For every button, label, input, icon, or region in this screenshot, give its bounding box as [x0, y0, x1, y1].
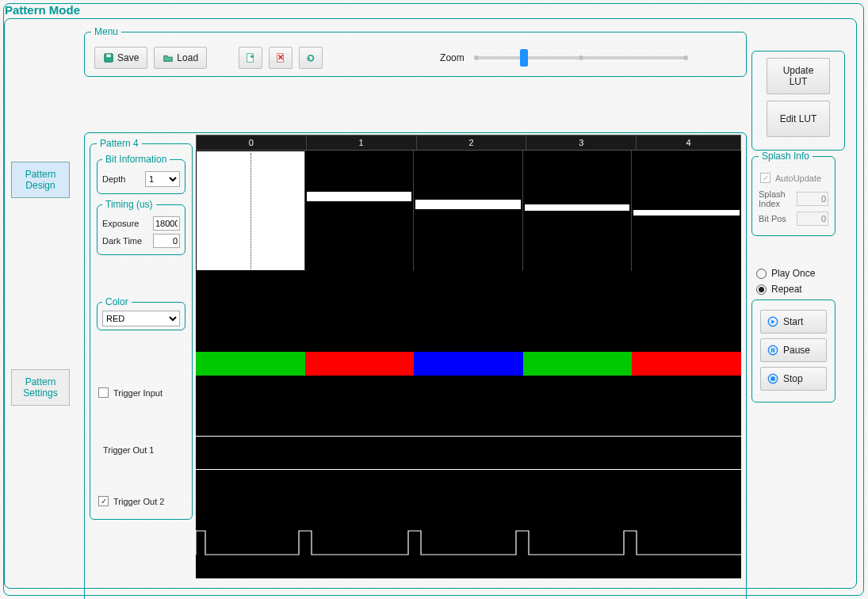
- tab-pattern-settings[interactable]: Pattern Settings: [11, 369, 70, 406]
- menu-box: Menu Save Load Zoom: [84, 26, 747, 77]
- refresh-button[interactable]: [299, 47, 323, 69]
- remove-pattern-button[interactable]: [269, 47, 293, 69]
- bitpos-label: Bit Pos: [759, 214, 792, 223]
- trigger-input-checkbox[interactable]: [98, 387, 109, 398]
- load-icon: [163, 52, 174, 63]
- save-label: Save: [117, 52, 139, 63]
- col-header: 3: [526, 135, 637, 150]
- plus-page-icon: [245, 52, 256, 63]
- repeat-label: Repeat: [771, 284, 802, 295]
- pattern-legend: Pattern 4: [97, 138, 142, 149]
- color-slot[interactable]: [196, 352, 305, 376]
- trigger-out1-label: Trigger Out 1: [103, 445, 185, 455]
- zoom-thumb[interactable]: [520, 49, 528, 67]
- pattern-bar[interactable]: [525, 204, 630, 211]
- stop-label: Stop: [783, 373, 803, 384]
- color-slot[interactable]: [414, 352, 523, 376]
- exposure-input[interactable]: [153, 216, 180, 231]
- load-button[interactable]: Load: [154, 47, 207, 69]
- pause-label: Pause: [783, 345, 810, 356]
- autoupdate-label: AutoUpdate: [775, 174, 821, 183]
- playback-frame: Start Pause Stop: [751, 300, 835, 403]
- color-row: [196, 352, 741, 376]
- col-header: 2: [417, 135, 527, 150]
- timeline-header: 0 1 2 3 4: [196, 135, 741, 151]
- trigger-out1-lane: [196, 437, 741, 499]
- repeat-radio[interactable]: Repeat: [756, 284, 845, 295]
- darktime-input[interactable]: [153, 234, 180, 248]
- menu-legend: Menu: [91, 26, 121, 37]
- stop-button[interactable]: Stop: [760, 367, 827, 391]
- bit-info-legend: Bit Information: [102, 154, 170, 165]
- save-button[interactable]: Save: [94, 47, 147, 69]
- exposure-label: Exposure: [102, 219, 148, 228]
- autoupdate-checkbox: ✓: [760, 173, 770, 183]
- start-label: Start: [783, 316, 803, 327]
- pattern-bar[interactable]: [307, 192, 412, 201]
- pause-button[interactable]: Pause: [760, 338, 827, 362]
- color-slot[interactable]: [305, 352, 415, 376]
- svg-rect-9: [770, 377, 774, 381]
- start-button[interactable]: Start: [760, 310, 827, 334]
- trigger-input-lane: [196, 376, 741, 437]
- timing-fieldset: Timing (us) Exposure Dark Time: [97, 199, 185, 255]
- edit-lut-button[interactable]: Edit LUT: [767, 101, 830, 137]
- timeline-canvas: 0 1 2 3 4: [196, 135, 741, 599]
- trigger-out2-lane: [196, 499, 741, 566]
- x-page-icon: [275, 52, 286, 63]
- depth-label: Depth: [102, 174, 140, 184]
- svg-point-5: [768, 346, 777, 355]
- pattern-bar[interactable]: [633, 210, 740, 216]
- svg-rect-7: [773, 349, 774, 353]
- col-header: 4: [637, 135, 740, 150]
- color-select[interactable]: RED: [102, 311, 180, 326]
- pattern-fieldset: Pattern 4 Bit Information Depth 1 Timing…: [90, 138, 193, 520]
- zoom-slider[interactable]: [474, 56, 688, 59]
- trigger-input-row[interactable]: Trigger Input: [97, 387, 185, 398]
- trigger-out2-label: Trigger Out 2: [113, 497, 164, 506]
- content-frame: Pattern 4 Bit Information Depth 1 Timing…: [84, 132, 747, 599]
- selected-pattern-cell[interactable]: [197, 151, 304, 270]
- save-icon: [103, 52, 114, 63]
- depth-select[interactable]: 1: [145, 171, 180, 187]
- splash-legend: Splash Info: [759, 151, 813, 162]
- bitpos-input: [797, 212, 828, 226]
- gap-row: [196, 271, 741, 352]
- darktime-label: Dark Time: [102, 236, 148, 246]
- col-header: 1: [307, 135, 417, 150]
- tab-pattern-design[interactable]: Pattern Design: [11, 162, 70, 198]
- trigger-out2-row[interactable]: ✓ Trigger Out 2: [97, 496, 185, 506]
- refresh-icon: [305, 52, 316, 63]
- load-label: Load: [177, 52, 198, 63]
- pattern-row[interactable]: [196, 151, 741, 271]
- color-slot[interactable]: [523, 352, 633, 376]
- color-legend: Color: [102, 296, 132, 307]
- bit-info-fieldset: Bit Information Depth 1: [97, 154, 185, 194]
- play-once-radio[interactable]: Play Once: [756, 268, 845, 279]
- play-icon: [767, 316, 778, 327]
- stop-icon: [767, 373, 778, 384]
- splash-info-fieldset: Splash Info ✓ AutoUpdate Splash Index Bi…: [751, 151, 835, 236]
- add-pattern-button[interactable]: [239, 47, 262, 69]
- bottom-pad: [196, 566, 741, 578]
- pattern-bar[interactable]: [415, 200, 521, 209]
- splash-index-input: [797, 192, 828, 206]
- update-lut-button[interactable]: Update LUT: [767, 58, 830, 94]
- trigger-out2-checkbox[interactable]: ✓: [98, 496, 109, 506]
- lut-buttons-frame: Update LUT Edit LUT: [751, 51, 845, 151]
- trigger-input-label: Trigger Input: [113, 388, 163, 398]
- svg-rect-6: [771, 349, 773, 353]
- splash-index-label: Splash Index: [759, 189, 792, 208]
- color-fieldset: Color RED: [97, 296, 185, 330]
- pause-icon: [767, 345, 778, 356]
- play-once-label: Play Once: [771, 268, 815, 279]
- zoom-label: Zoom: [440, 52, 465, 63]
- col-header: 0: [197, 135, 307, 150]
- color-slot[interactable]: [632, 352, 741, 376]
- svg-rect-1: [106, 55, 110, 58]
- timing-legend: Timing (us): [102, 199, 156, 210]
